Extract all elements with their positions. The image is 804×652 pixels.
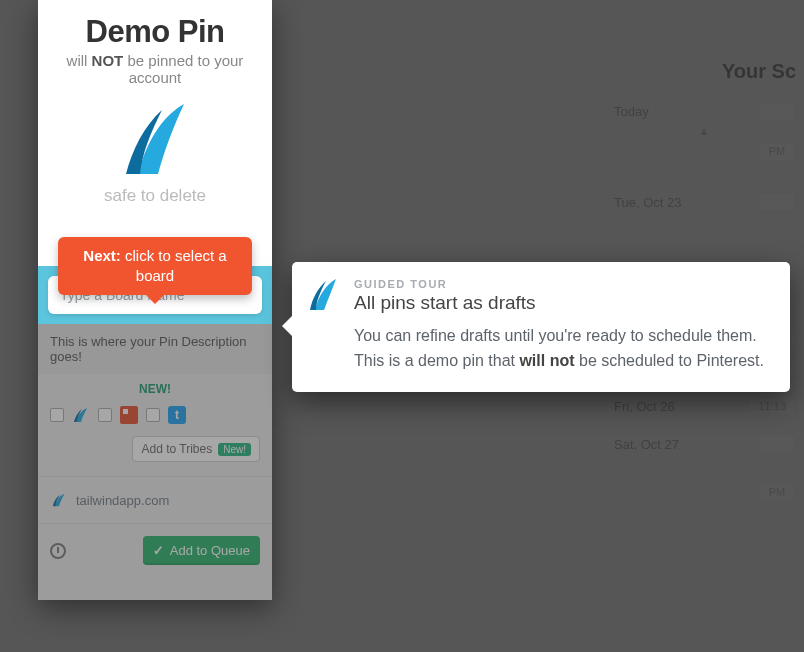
tailwind-icon [50, 491, 68, 509]
new-badge-label: NEW! [38, 374, 272, 398]
source-link-row[interactable]: tailwindapp.com [38, 476, 272, 523]
tailwind-logo-icon [46, 96, 264, 180]
checkbox[interactable] [146, 408, 160, 422]
guided-tour-popover: GUIDED TOUR All pins start as drafts You… [292, 262, 790, 392]
pin-subtitle: will NOT be pinned to your account [46, 52, 264, 86]
pin-footer: ✓ Add to Queue [38, 523, 272, 577]
pin-card: Demo Pin will NOT be pinned to your acco… [38, 0, 272, 600]
tour-label: GUIDED TOUR [354, 278, 770, 290]
check-icon: ✓ [153, 543, 164, 558]
pin-header: Demo Pin will NOT be pinned to your acco… [38, 0, 272, 210]
tailwind-icon[interactable] [72, 406, 90, 424]
twitter-icon[interactable]: t [168, 406, 186, 424]
tailwind-icon [306, 276, 340, 316]
pin-title: Demo Pin [46, 14, 264, 50]
add-to-queue-button[interactable]: ✓ Add to Queue [143, 536, 260, 565]
source-link-text: tailwindapp.com [76, 493, 169, 508]
schedule-time-icon[interactable] [50, 543, 66, 559]
tour-title: All pins start as drafts [354, 292, 770, 314]
safe-to-delete-label: safe to delete [46, 186, 264, 206]
add-to-queue-label: Add to Queue [170, 543, 250, 558]
add-to-tribes-label: Add to Tribes [141, 442, 212, 456]
pin-description[interactable]: This is where your Pin Description goes! [38, 324, 272, 374]
checkbox[interactable] [98, 408, 112, 422]
app-icon[interactable] [120, 406, 138, 424]
new-badge: New! [218, 443, 251, 456]
add-to-tribes-button[interactable]: Add to Tribes New! [132, 436, 260, 462]
share-icons-row: t [38, 398, 272, 436]
next-step-callout: Next: click to select a board [58, 237, 252, 295]
tour-body: You can refine drafts until you're ready… [354, 324, 770, 374]
pin-lower-section: This is where your Pin Description goes!… [38, 324, 272, 600]
checkbox[interactable] [50, 408, 64, 422]
